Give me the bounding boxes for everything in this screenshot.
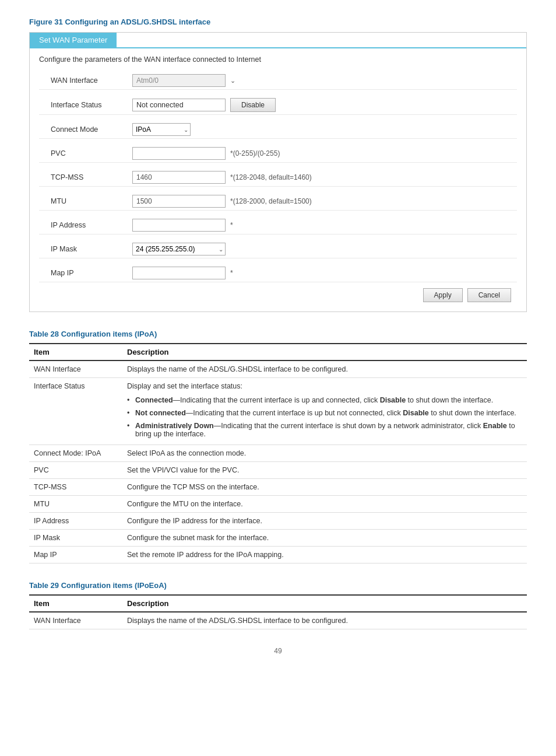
table29-row1-item: WAN Interface [29,612,122,629]
page-number: 49 [29,647,527,655]
ip-address-label: IP Address [39,221,132,229]
table28: Item Description WAN Interface Displays … [29,343,527,564]
table28-row8-desc: Configure the subnet mask for the interf… [122,530,527,547]
table-row: Map IP Set the remote IP address for the… [29,547,527,564]
table28-row3-item: Connect Mode: IPoA [29,445,122,462]
table28-row5-item: TCP-MSS [29,479,122,496]
apply-button[interactable]: Apply [423,288,463,302]
ip-address-hint: * [230,221,233,229]
mtu-hint: *(128-2000, default=1500) [230,197,312,205]
interface-status-label: Interface Status [39,101,132,109]
table28-row6-item: MTU [29,496,122,513]
table28-row2-desc: Display and set the interface status: Co… [122,378,527,445]
table29-col-description: Description [122,595,527,612]
ip-mask-label: IP Mask [39,245,132,253]
table-row: IP Mask Configure the subnet mask for th… [29,530,527,547]
pvc-input[interactable] [132,147,226,160]
table28-row9-desc: Set the remote IP address for the IPoA m… [122,547,527,564]
table28-row7-desc: Configure the IP address for the interfa… [122,513,527,530]
connect-mode-select[interactable]: IPoA IPoEoA PPPoA PPPoE [132,123,191,136]
interface-status-text: Not connected [132,99,226,111]
pvc-hint: *(0-255)/(0-255) [230,149,280,158]
table28-row7-item: IP Address [29,513,122,530]
wan-interface-dropdown-arrow: ⌄ [230,77,235,85]
map-ip-hint: * [230,269,233,277]
list-item: Connected—Indicating that the current in… [127,394,522,407]
table29-col-item: Item [29,595,122,612]
table28-row2-item: Interface Status [29,378,122,445]
table28-row4-item: PVC [29,462,122,479]
table28-row4-desc: Set the VPI/VCI value for the PVC. [122,462,527,479]
tcp-mss-label: TCP-MSS [39,173,132,181]
table28-row5-desc: Configure the TCP MSS on the interface. [122,479,527,496]
table29-title: Table 29 Configuration items (IPoEoA) [29,581,527,590]
disable-button[interactable]: Disable [230,98,276,112]
table28-row6-desc: Configure the MTU on the interface. [122,496,527,513]
map-ip-input[interactable] [132,267,226,279]
map-ip-label: Map IP [39,269,132,277]
table-row: MTU Configure the MTU on the interface. [29,496,527,513]
pvc-label: PVC [39,149,132,158]
table28-row1-item: WAN Interface [29,360,122,378]
mtu-label: MTU [39,197,132,205]
tcp-mss-input[interactable] [132,171,226,184]
wan-panel: Set WAN Parameter Configure the paramete… [29,32,527,312]
table28-title: Table 28 Configuration items (IPoA) [29,330,527,338]
figure-title: Figure 31 Configuring an ADSL/G.SHDSL in… [29,18,527,26]
table-row: TCP-MSS Configure the TCP MSS on the int… [29,479,527,496]
table28-col-item: Item [29,344,122,360]
wan-panel-description: Configure the parameters of the WAN inte… [39,55,517,64]
table29-row1-desc: Displays the name of the ADSL/G.SHDSL in… [122,612,527,629]
table28-row9-item: Map IP [29,547,122,564]
wan-interface-input [132,74,226,87]
table29: Item Description WAN Interface Displays … [29,594,527,629]
table-row: IP Address Configure the IP address for … [29,513,527,530]
tcp-mss-hint: *(128-2048, default=1460) [230,173,312,181]
interface-status-intro: Display and set the interface status: [127,382,242,390]
list-item: Not connected—Indicating that the curren… [127,407,522,419]
mtu-input[interactable] [132,195,226,208]
table28-col-description: Description [122,344,527,360]
ip-address-input[interactable] [132,219,226,232]
table-row: WAN Interface Displays the name of the A… [29,360,527,378]
wan-panel-tab: Set WAN Parameter [30,33,117,47]
table-row: PVC Set the VPI/VCI value for the PVC. [29,462,527,479]
table-row: Interface Status Display and set the int… [29,378,527,445]
connect-mode-label: Connect Mode [39,125,132,134]
ip-mask-select[interactable]: 24 (255.255.255.0) 8 (255.0.0.0) 16 (255… [132,243,226,256]
wan-interface-label: WAN Interface [39,76,132,85]
cancel-button[interactable]: Cancel [467,288,511,302]
table-row: Connect Mode: IPoA Select IPoA as the co… [29,445,527,462]
list-item: Administratively Down—Indicating that th… [127,419,522,440]
table-row: WAN Interface Displays the name of the A… [29,612,527,629]
table28-row3-desc: Select IPoA as the connection mode. [122,445,527,462]
table28-row1-desc: Displays the name of the ADSL/G.SHDSL in… [122,360,527,378]
table28-row8-item: IP Mask [29,530,122,547]
